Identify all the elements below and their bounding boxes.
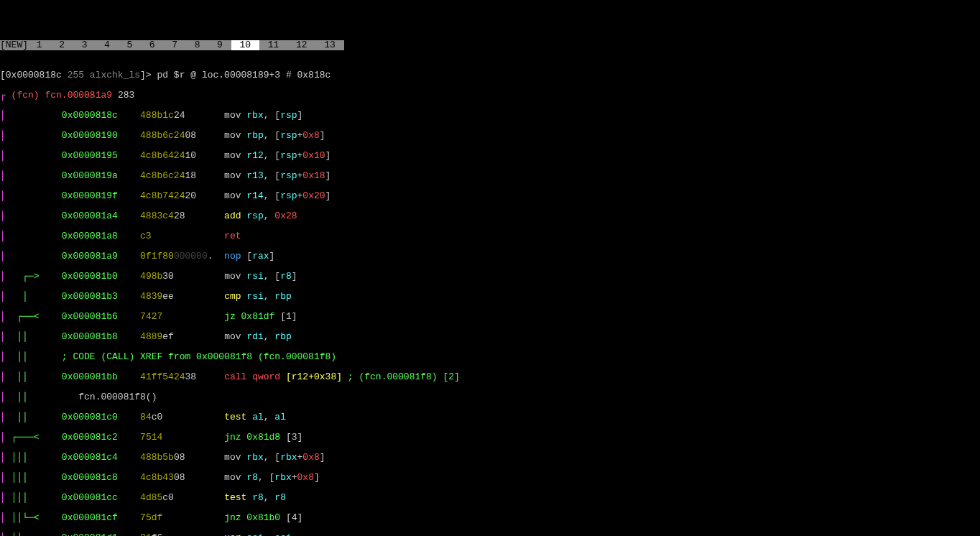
tab-9[interactable]: 9 bbox=[208, 40, 231, 50]
asm-line: │ 0x00008195 4c8b642410 mov r12, [rsp+0x… bbox=[0, 151, 980, 161]
asm-line: │ │││ 0x000081cc 4d85c0 test r8, r8 bbox=[0, 493, 980, 503]
asm-line: │ ┌──< 0x000081b6 7427 jz 0x81df [1] bbox=[0, 312, 980, 322]
tab-5[interactable]: 5 bbox=[119, 40, 141, 50]
asm-line: │ 0x0000819a 4c8b6c2418 mov r13, [rsp+0x… bbox=[0, 171, 980, 181]
asm-line: │ 0x0000818c 488b1c24 mov rbx, [rsp] bbox=[0, 111, 980, 121]
tab-12[interactable]: 12 bbox=[287, 40, 315, 50]
tab-4[interactable]: 4 bbox=[96, 40, 118, 50]
tab-10[interactable]: 10 bbox=[231, 40, 259, 50]
asm-line: │ 0x00008190 488b6c2408 mov rbp, [rsp+0x… bbox=[0, 131, 980, 141]
fcn-call-line: │ ││ fcn.000081f8() bbox=[0, 392, 980, 402]
asm-line: │ ││ 0x000081c0 84c0 test al, al bbox=[0, 412, 980, 422]
asm-line: │ ││└─< 0x000081cf 75df jnz 0x81b0 [4] bbox=[0, 513, 980, 523]
tab-7[interactable]: 7 bbox=[163, 40, 185, 50]
tab-6[interactable]: 6 bbox=[141, 40, 163, 50]
asm-line: │ ┌───< 0x000081c2 7514 jnz 0x81d8 [3] bbox=[0, 433, 980, 443]
asm-line: │ 0x000081a8 c3 ret bbox=[0, 231, 980, 241]
asm-line: │ 0x0000819f 4c8b742420 mov r14, [rsp+0x… bbox=[0, 191, 980, 201]
tab-new[interactable]: [NEW] bbox=[0, 40, 28, 50]
asm-line: │ │││ 0x000081c8 4c8b4308 mov r8, [rbx+0… bbox=[0, 473, 980, 483]
tab-1[interactable]: 1 bbox=[28, 40, 50, 50]
tab-11[interactable]: 11 bbox=[259, 40, 287, 50]
xref-line: │ ││ ; CODE (CALL) XREF from 0x000081f8 … bbox=[0, 352, 980, 362]
tab-3[interactable]: 3 bbox=[73, 40, 96, 50]
tab-13[interactable]: 13 bbox=[315, 40, 343, 50]
tab-8[interactable]: 8 bbox=[186, 40, 208, 50]
asm-line: │ ┌─> 0x000081b0 498b30 mov rsi, [r8] bbox=[0, 272, 980, 282]
prompt-line[interactable]: [0x0000818c 255 alxchk_ls]> pd $r @ loc.… bbox=[0, 70, 980, 80]
asm-line: │ ││ 0x000081b8 4889ef mov rdi, rbp bbox=[0, 332, 980, 342]
asm-line: │ ││ 0x000081d1 31f6 xor esi, esi bbox=[0, 533, 980, 536]
asm-line: │ 0x000081a9 0f1f80000000. nop [rax] bbox=[0, 251, 980, 262]
tab-2[interactable]: 2 bbox=[50, 40, 73, 50]
asm-line: │ ││ 0x000081bb 41ff542438 call qword [r… bbox=[0, 372, 980, 382]
tab-bar: [NEW] 1 2 3 4 5 6 7 8 9 10 11 12 13 bbox=[0, 40, 980, 50]
asm-line: │ │ 0x000081b3 4839ee cmp rsi, rbp bbox=[0, 292, 980, 302]
asm-line: │ │││ 0x000081c4 488b5b08 mov rbx, [rbx+… bbox=[0, 453, 980, 463]
function-header-1: ┌ (fcn) fcn.000081a9 283 bbox=[0, 91, 980, 101]
asm-line: │ 0x000081a4 4883c428 add rsp, 0x28 bbox=[0, 211, 980, 221]
disassembly-content: [0x0000818c 255 alxchk_ls]> pd $r @ loc.… bbox=[0, 60, 980, 536]
